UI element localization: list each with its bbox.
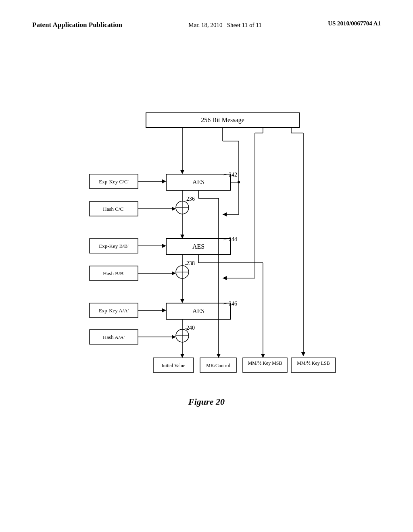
label-244: 244 — [229, 236, 237, 242]
svg-marker-30 — [180, 235, 184, 239]
svg-marker-28 — [172, 207, 176, 211]
title-box-label: 256 Bit Message — [201, 116, 244, 124]
svg-marker-64 — [261, 354, 265, 358]
label-242: 242 — [229, 172, 237, 178]
out-initial-label: Initial Value — [162, 363, 186, 368]
svg-marker-43 — [180, 299, 184, 303]
figure-diagram: 256 Bit Message AES 242 ⌐ Exp-Key C/C' — [65, 109, 348, 407]
svg-marker-3 — [180, 170, 184, 174]
header-center: Mar. 18, 2010 Sheet 11 of 11 — [188, 20, 261, 30]
svg-marker-13 — [223, 276, 227, 280]
figure-caption: Figure 20 — [65, 397, 348, 407]
aes-mid-label: AES — [192, 243, 204, 250]
publication-date: Mar. 18, 2010 — [188, 22, 222, 28]
svg-marker-17 — [301, 352, 305, 356]
exp-key-b-label: Exp-Key B/B' — [99, 243, 128, 249]
publication-label: Patent Application Publication — [32, 20, 122, 30]
svg-marker-34 — [162, 244, 166, 248]
svg-marker-54 — [172, 335, 176, 339]
svg-marker-8 — [223, 212, 227, 216]
sheet-info: Sheet 11 of 11 — [227, 22, 262, 28]
brace-246: ⌐ — [223, 301, 227, 307]
out-lsb-label: MM/½ Key LSB — [297, 360, 330, 366]
page-header: Patent Application Publication Mar. 18, … — [0, 0, 413, 30]
svg-marker-60 — [217, 354, 221, 358]
svg-marker-41 — [172, 271, 176, 275]
svg-marker-56 — [180, 354, 184, 358]
exp-key-a-label: Exp-Key A/A' — [99, 308, 129, 314]
exp-key-c-label: Exp-Key C/C' — [99, 179, 128, 185]
out-mk-label: MK/Control — [206, 363, 230, 368]
aes-bot-label: AES — [192, 308, 204, 314]
label-246: 246 — [229, 301, 237, 307]
aes-top-label: AES — [192, 179, 204, 185]
hash-b-label: Hash B/B' — [103, 270, 124, 276]
out-msb-label: MM/½ Key MSB — [248, 360, 282, 366]
circuit-diagram-svg: 256 Bit Message AES 242 ⌐ Exp-Key C/C' — [65, 109, 348, 391]
brace-244: ⌐ — [223, 236, 227, 242]
hash-c-label: Hash C/C' — [103, 206, 124, 212]
brace-242: ⌐ — [223, 172, 227, 178]
svg-marker-47 — [162, 308, 166, 312]
svg-point-70 — [238, 181, 240, 183]
svg-marker-21 — [162, 179, 166, 183]
patent-number: US 2010/0067704 A1 — [328, 20, 381, 27]
hash-a-label: Hash A/A' — [103, 334, 125, 340]
